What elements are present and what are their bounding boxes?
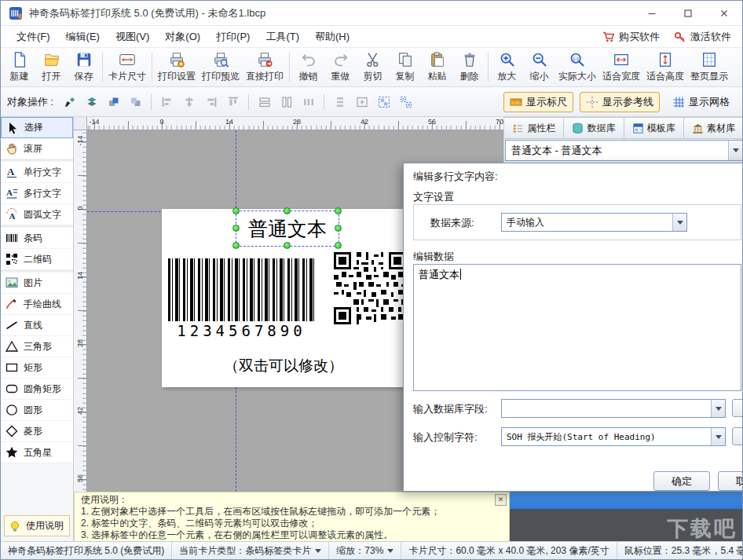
distribute-horizontal-icon xyxy=(302,96,315,108)
ungroup-button[interactable] xyxy=(396,92,415,112)
barcode-object[interactable] xyxy=(168,258,315,321)
menu-help[interactable]: 帮助(H) xyxy=(307,27,357,47)
hint-text[interactable]: （双击可以修改） xyxy=(162,356,405,376)
tool-freehand[interactable]: 手绘曲线 xyxy=(1,294,73,315)
tool-qrcode[interactable]: 二维码 xyxy=(1,249,73,270)
tab-templates[interactable]: 模板库 xyxy=(624,117,684,139)
paste-icon xyxy=(429,51,446,68)
tool-pan[interactable]: 滚屏 xyxy=(1,138,73,159)
tool-diamond[interactable]: 菱形 xyxy=(1,421,73,442)
show-grid-toggle[interactable]: 显示网格 xyxy=(666,92,736,112)
selection-handle-sw[interactable] xyxy=(232,242,240,249)
maximize-button[interactable] xyxy=(670,1,706,25)
close-button[interactable] xyxy=(706,1,742,25)
tool-image[interactable]: 图片 xyxy=(1,273,73,294)
menu-tools[interactable]: 工具(T) xyxy=(258,27,307,47)
send-to-back-button[interactable] xyxy=(126,92,145,112)
whole-page-button[interactable]: 整页显示 xyxy=(687,49,731,86)
data-source-dropdown[interactable]: 手动输入 xyxy=(501,213,687,232)
fit-width-button[interactable]: 适合宽度 xyxy=(599,49,643,86)
align-left-button[interactable] xyxy=(157,92,177,112)
tool-single-line-text[interactable]: A单行文字 xyxy=(1,162,73,183)
minimize-button[interactable] xyxy=(634,1,670,25)
same-height-button[interactable] xyxy=(276,92,296,112)
tool-star[interactable]: 五角星 xyxy=(1,442,73,463)
text-object[interactable]: 普通文本 xyxy=(236,211,339,246)
tab-database[interactable]: 数据库 xyxy=(564,117,624,139)
group-button[interactable] xyxy=(374,92,393,112)
selection-handle-n[interactable] xyxy=(284,207,291,214)
zoom-in-button[interactable]: 放大 xyxy=(491,49,523,86)
align-right-button[interactable] xyxy=(201,92,221,112)
redo-button[interactable]: 重做 xyxy=(324,49,357,86)
menu-object[interactable]: 对象(O) xyxy=(157,27,208,47)
selection-handle-w[interactable] xyxy=(232,225,240,232)
selection-handle-nw[interactable] xyxy=(232,207,240,214)
control-char-dropdown[interactable]: SOH 报头开始(Start of Heading) xyxy=(501,427,726,446)
delete-button[interactable]: 删除 xyxy=(453,49,485,86)
tab-materials[interactable]: 素材库 xyxy=(684,117,743,139)
align-center-button[interactable] xyxy=(179,92,199,112)
text-content-textarea[interactable]: 普通文本 xyxy=(413,264,741,391)
selection-handle-s[interactable] xyxy=(284,242,291,249)
menu-edit[interactable]: 编辑(E) xyxy=(58,27,108,47)
qrcode-object[interactable] xyxy=(334,252,406,324)
tool-line[interactable]: 直线 xyxy=(1,315,73,336)
tool-arc-text[interactable]: A圆弧文字 xyxy=(1,204,73,225)
activate-software-button[interactable]: 激活软件 xyxy=(674,30,731,44)
object-selector-dropdown[interactable]: 普通文本 - 普通文本 xyxy=(505,140,743,161)
insert-db-field-button[interactable]: 插 xyxy=(732,399,743,417)
center-in-card-button[interactable] xyxy=(352,92,372,112)
align-top-button[interactable] xyxy=(223,92,243,112)
fit-width-icon xyxy=(613,51,630,68)
print-settings-button[interactable]: 打印设置 xyxy=(155,49,199,86)
menu-print[interactable]: 打印(P) xyxy=(208,27,258,47)
ok-button[interactable]: 确定 xyxy=(653,471,710,491)
distribute-horizontal-button[interactable] xyxy=(298,92,318,112)
cut-button[interactable]: 剪切 xyxy=(357,49,389,86)
card-size-button[interactable]: 卡片尺寸 xyxy=(105,49,149,86)
open-button[interactable]: 打开 xyxy=(35,49,68,86)
paste-button[interactable]: 粘贴 xyxy=(421,49,453,86)
tool-rectangle[interactable]: 矩形 xyxy=(1,357,73,379)
tool-multi-line-text[interactable]: A多行文字 xyxy=(1,183,73,204)
object-operation-label: 对象操作 : xyxy=(7,95,53,109)
tool-select[interactable]: 选择 xyxy=(1,117,73,138)
bring-to-front-button[interactable] xyxy=(104,92,123,112)
actual-size-icon: 1:1 xyxy=(569,51,586,68)
buy-software-button[interactable]: 购买软件 xyxy=(602,30,660,44)
print-preview-button[interactable]: 打印预览 xyxy=(199,49,243,86)
usage-help-button[interactable]: 使用说明 xyxy=(4,515,70,536)
same-width-button[interactable] xyxy=(254,92,274,112)
selection-handle-ne[interactable] xyxy=(335,207,342,214)
tab-properties[interactable]: 属性栏 xyxy=(504,117,564,139)
copy-button[interactable]: 复制 xyxy=(389,49,421,86)
save-button[interactable]: 保存 xyxy=(68,49,100,86)
insert-control-char-button[interactable]: 插 xyxy=(732,427,743,445)
selected-grid-row[interactable] xyxy=(510,492,743,509)
new-button[interactable]: 新建 xyxy=(3,49,35,86)
brush-style-button[interactable] xyxy=(60,92,79,112)
zoom-out-button[interactable]: 缩小 xyxy=(523,49,555,86)
help-close-icon[interactable]: ✕ xyxy=(495,494,507,506)
status-zoom-dropdown[interactable]: 缩放：73% xyxy=(329,542,401,559)
tool-barcode[interactable]: 条码 xyxy=(1,228,73,249)
tool-circle[interactable]: 圆形 xyxy=(1,400,73,421)
actual-size-button[interactable]: 1:1实际大小 xyxy=(555,49,599,86)
undo-button[interactable]: 撤销 xyxy=(292,49,324,86)
distribute-vertical-button[interactable] xyxy=(330,92,350,112)
fit-height-button[interactable]: 适合高度 xyxy=(643,49,687,86)
db-field-dropdown[interactable] xyxy=(501,399,726,418)
menu-view[interactable]: 视图(V) xyxy=(108,27,157,47)
cancel-button[interactable]: 取消 xyxy=(718,471,743,491)
tool-triangle[interactable]: 三角形 xyxy=(1,336,73,357)
selection-handle-e[interactable] xyxy=(335,225,342,232)
show-ruler-toggle[interactable]: 显示标尺 xyxy=(503,92,573,112)
layer-style-button[interactable] xyxy=(82,92,101,112)
selection-handle-se[interactable] xyxy=(335,242,342,249)
menu-file[interactable]: 文件(F) xyxy=(9,27,58,47)
show-guides-toggle[interactable]: 显示参考线 xyxy=(580,92,660,112)
status-card-type-dropdown[interactable]: 当前卡片类型：条码标签类卡片 xyxy=(172,542,329,559)
tool-rounded-rectangle[interactable]: 圆角矩形 xyxy=(1,379,73,400)
direct-print-button[interactable]: 直接打印 xyxy=(243,49,287,86)
